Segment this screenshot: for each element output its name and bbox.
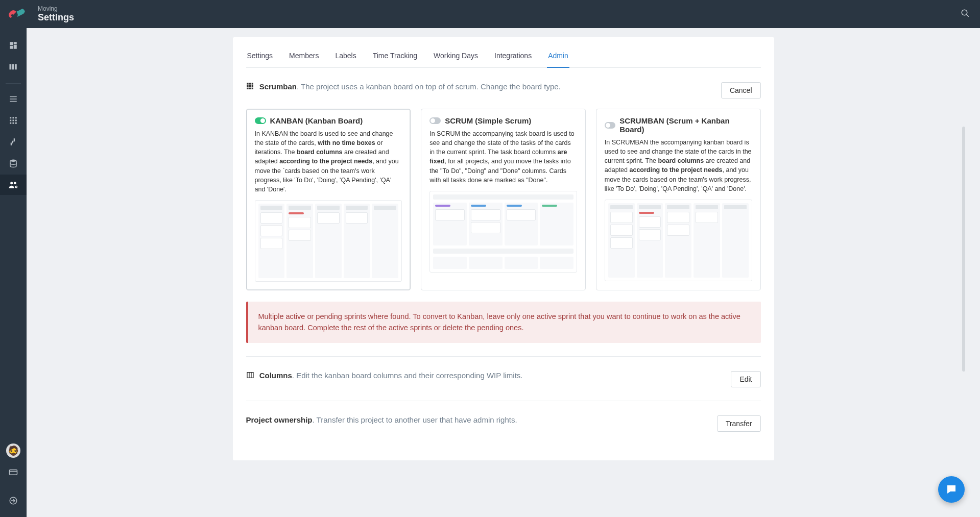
svg-rect-19 (13, 122, 14, 124)
svg-rect-32 (249, 85, 251, 87)
tab-time-tracking[interactable]: Time Tracking (372, 46, 418, 67)
toggle-off-icon (429, 117, 441, 124)
svg-rect-37 (247, 372, 253, 378)
card-title: KANBAN (Kanban Board) (270, 116, 363, 125)
section-desc: . Transfer this project to another user … (313, 415, 517, 424)
sidebar-item-billing[interactable] (0, 462, 27, 482)
svg-rect-9 (10, 96, 17, 97)
tab-members[interactable]: Members (288, 46, 320, 67)
toggle-off-icon (605, 122, 615, 129)
svg-rect-2 (10, 42, 13, 45)
section-ownership: Project ownership. Transfer this project… (246, 401, 761, 445)
svg-point-22 (10, 182, 13, 184)
tab-integrations[interactable]: Integrations (493, 46, 533, 67)
svg-rect-35 (249, 88, 251, 89)
section-columns: Columns. Edit the kanban board columns a… (246, 357, 761, 401)
sidebar-item-team-settings[interactable] (0, 175, 27, 195)
grid-icon (246, 82, 254, 90)
svg-rect-12 (10, 117, 11, 118)
cancel-button[interactable]: Cancel (721, 82, 761, 99)
svg-point-24 (15, 186, 17, 188)
svg-rect-36 (251, 88, 253, 89)
section-desc: . The project uses a kanban board on top… (297, 82, 561, 91)
svg-rect-34 (247, 88, 248, 89)
svg-rect-13 (13, 117, 14, 118)
app-logo[interactable] (6, 7, 27, 22)
svg-point-0 (962, 10, 967, 15)
card-desc: In KANBAN the board is used to see and c… (255, 129, 402, 194)
section-title: Columns (259, 371, 292, 380)
card-desc: In SCRUM the accompanying task board is … (429, 129, 577, 185)
page-title-block: Moving Settings (38, 5, 74, 23)
sidebar-item-grid[interactable] (0, 110, 27, 131)
transfer-button[interactable]: Transfer (717, 415, 761, 432)
sidebar-item-dashboard[interactable] (0, 35, 27, 56)
svg-rect-20 (15, 122, 17, 124)
svg-rect-28 (247, 83, 248, 84)
svg-rect-17 (15, 120, 17, 121)
sidebar-item-database[interactable] (0, 153, 27, 174)
svg-rect-29 (249, 83, 251, 84)
settings-panel: Settings Members Labels Time Tracking Wo… (233, 37, 774, 460)
svg-rect-8 (15, 64, 17, 70)
svg-point-21 (10, 160, 16, 162)
topbar: Moving Settings (0, 0, 980, 28)
chat-icon (945, 483, 958, 491)
board-option-kanban[interactable]: KANBAN (Kanban Board) In KANBAN the boar… (246, 109, 411, 290)
svg-rect-25 (10, 470, 17, 475)
sidebar-avatar[interactable]: 🧔 (0, 440, 27, 461)
svg-rect-30 (251, 83, 253, 84)
svg-rect-4 (14, 45, 17, 49)
svg-rect-7 (12, 64, 14, 70)
board-option-scrum[interactable]: SCRUM (Simple Scrum) In SCRUM the accomp… (421, 109, 586, 290)
search-icon[interactable] (961, 9, 970, 19)
sidebar-divider (6, 83, 21, 84)
page-body: Settings Members Labels Time Tracking Wo… (27, 28, 980, 491)
section-desc: . Edit the kanban board columns and thei… (292, 371, 523, 380)
kanban-preview (255, 200, 402, 282)
svg-rect-10 (10, 99, 17, 100)
svg-rect-33 (251, 85, 253, 87)
scrollbar[interactable] (962, 127, 965, 372)
card-desc: In SCRUMBAN the accompanying kanban boar… (605, 138, 752, 193)
svg-rect-15 (10, 120, 11, 121)
scrum-preview (429, 191, 577, 273)
svg-rect-6 (10, 64, 12, 70)
svg-rect-16 (13, 120, 14, 121)
svg-line-1 (966, 14, 969, 17)
toggle-on-icon (255, 117, 266, 124)
card-title: SCRUM (Simple Scrum) (445, 116, 531, 125)
scrumban-preview (605, 200, 752, 281)
breadcrumb: Moving (38, 5, 74, 12)
sidebar-item-logout[interactable] (0, 490, 27, 491)
svg-rect-11 (10, 101, 17, 102)
columns-icon (246, 371, 254, 379)
svg-rect-18 (10, 122, 11, 124)
svg-point-23 (14, 182, 16, 184)
warning-alert: Multiple active or pending sprints where… (246, 302, 761, 343)
tab-labels[interactable]: Labels (334, 46, 357, 67)
section-board-type: Scrumban. The project uses a kanban boar… (246, 68, 761, 357)
svg-rect-5 (10, 46, 13, 49)
tab-settings[interactable]: Settings (246, 46, 274, 67)
section-title: Project ownership (246, 415, 313, 424)
sidebar: 🧔 (0, 28, 27, 491)
sidebar-item-boards[interactable] (0, 57, 27, 77)
card-title: SCRUMBAN (Scrum + Kanban Board) (619, 116, 752, 134)
tabs: Settings Members Labels Time Tracking Wo… (246, 37, 761, 68)
sidebar-item-list[interactable] (0, 89, 27, 109)
svg-rect-31 (247, 85, 248, 87)
tab-working-days[interactable]: Working Days (433, 46, 479, 67)
section-title: Scrumban (259, 82, 297, 91)
tab-admin[interactable]: Admin (547, 46, 569, 68)
svg-rect-3 (14, 42, 17, 44)
sidebar-item-sprints[interactable] (0, 132, 27, 152)
edit-columns-button[interactable]: Edit (731, 371, 760, 387)
board-option-scrumban[interactable]: SCRUMBAN (Scrum + Kanban Board) In SCRUM… (596, 109, 761, 290)
page-title: Settings (38, 12, 74, 23)
svg-rect-14 (15, 117, 17, 118)
